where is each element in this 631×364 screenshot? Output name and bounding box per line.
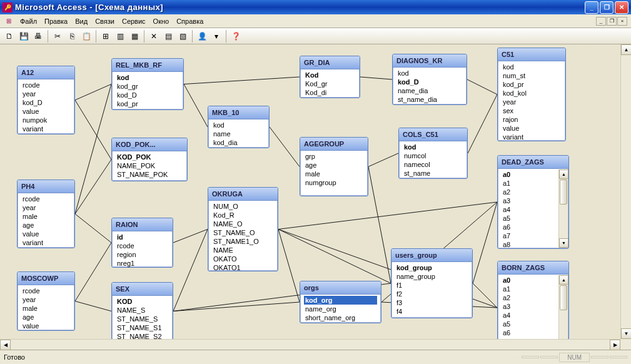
scroll-up-icon[interactable]: ▲ [621, 44, 631, 55]
scroll-up-icon[interactable]: ▲ [559, 275, 568, 285]
print-button[interactable]: 🖶 [31, 29, 45, 43]
field-item[interactable]: kod [116, 73, 179, 82]
field-list-scrollbar[interactable]: ▲▼ [558, 169, 568, 248]
table-header[interactable]: DEAD_ZAGS [498, 156, 568, 169]
field-item[interactable]: f3 [395, 298, 468, 307]
table-REL_MKB_RF[interactable]: REL_MKB_RFkodkod_grkod_Dkod_pr [111, 58, 184, 110]
table-DIAGNOS_KR[interactable]: DIAGNOS_KRkodkod_Dname_diast_name_dia [392, 54, 467, 105]
scroll-right-icon[interactable]: ▶ [610, 340, 620, 350]
field-item[interactable]: a1 [502, 179, 557, 188]
field-item[interactable]: ST_NAME_S1 [116, 323, 169, 332]
table-header[interactable]: MOSCOWP [18, 272, 74, 285]
field-item[interactable]: a7 [502, 231, 557, 240]
table-A12[interactable]: A12rcodeyearkod_Dvaluenumpokvariant [17, 66, 75, 134]
table-header[interactable]: SEX [112, 283, 173, 296]
field-item[interactable]: a3 [502, 302, 557, 311]
layout1-button[interactable]: ▤ [161, 29, 175, 43]
cut-button[interactable]: ✂ [51, 29, 64, 43]
field-item[interactable]: kod_D [396, 78, 463, 86]
menu-вид[interactable]: Вид [71, 16, 91, 26]
field-item[interactable]: age [21, 313, 71, 321]
field-item[interactable]: value [21, 107, 71, 116]
field-item[interactable]: year [502, 98, 562, 106]
field-item[interactable]: kod_gr [116, 82, 179, 91]
field-item[interactable]: male [304, 169, 364, 178]
table-BORN_ZAGS[interactable]: BORN_ZAGSa0a1a2a3a4a5a6a7a8▲▼ [497, 261, 569, 339]
field-item[interactable]: year [21, 89, 71, 98]
field-item[interactable]: a0 [502, 276, 557, 285]
table-header[interactable]: MKB_10 [208, 106, 269, 119]
field-item[interactable]: name_org [304, 305, 377, 313]
menu-сервис[interactable]: Сервис [118, 16, 149, 26]
help-button[interactable]: ❓ [229, 29, 243, 43]
close-button[interactable]: ✕ [615, 1, 628, 14]
mdi-restore-button[interactable]: ❐ [607, 17, 617, 26]
table-header[interactable]: C51 [498, 48, 565, 61]
help-office-button[interactable]: 👤 [195, 29, 209, 43]
field-item[interactable]: a5 [502, 320, 557, 328]
field-item[interactable]: Kod_di [304, 88, 356, 97]
field-item[interactable]: numpok [21, 116, 71, 124]
field-item[interactable]: f5 [395, 316, 468, 318]
table-header[interactable]: OKRUGA [208, 188, 278, 201]
table-orgs[interactable]: orgskod_orgname_orgshort_name_org [300, 281, 381, 323]
scroll-down-icon[interactable]: ▼ [621, 328, 631, 339]
table-header[interactable]: PH4 [18, 180, 74, 193]
field-item[interactable]: kod_D [21, 98, 71, 107]
table-header[interactable]: AGEGROUP [300, 138, 368, 151]
table-SEX[interactable]: SEXKODNAME_SST_NAME_SST_NAME_S1ST_NAME_S… [111, 282, 173, 339]
field-item[interactable]: f4 [395, 307, 468, 316]
field-item[interactable]: st_name_dia [396, 95, 463, 104]
delete-button[interactable]: ✕ [147, 29, 161, 43]
field-item[interactable]: f1 [395, 281, 468, 290]
field-item[interactable]: variant [21, 238, 71, 247]
field-item[interactable]: grp [304, 152, 364, 161]
field-item[interactable]: kod_pr [502, 80, 562, 89]
field-item[interactable]: kod_org [304, 296, 377, 305]
field-item[interactable]: id [116, 233, 169, 241]
menu-связи[interactable]: Связи [91, 16, 118, 26]
table-header[interactable]: users_group [391, 249, 472, 262]
table-header[interactable]: RAION [112, 218, 173, 231]
field-item[interactable]: Kod [304, 71, 356, 79]
field-item[interactable]: rcode [21, 81, 71, 89]
menu-правка[interactable]: Правка [41, 16, 71, 26]
scroll-left-icon[interactable]: ◀ [0, 340, 11, 350]
field-item[interactable]: rcode [21, 195, 71, 203]
field-item[interactable]: value [21, 321, 71, 330]
table-MOSCOWP[interactable]: MOSCOWPrcodeyearmaleagevalue [17, 271, 75, 331]
field-item[interactable]: rcode [21, 286, 71, 295]
scroll-down-icon[interactable]: ▼ [559, 238, 568, 248]
layout2-button[interactable]: ▧ [176, 29, 189, 43]
field-item[interactable]: OKATO [212, 255, 274, 263]
table-header[interactable]: A12 [18, 66, 74, 79]
table-header[interactable]: KOD_POK... [112, 138, 187, 151]
vertical-scrollbar[interactable]: ▲ ▼ [620, 44, 631, 339]
table-C51[interactable]: C51kodnum_stkod_prkod_kolyearsexrajonval… [497, 48, 566, 141]
document-new-button[interactable]: 🗋 [3, 29, 16, 43]
field-item[interactable]: age [21, 221, 71, 230]
field-item[interactable]: a3 [502, 196, 557, 205]
field-item[interactable]: Kod_R [212, 211, 274, 220]
field-item[interactable]: ST_NAME_S2 [116, 332, 169, 339]
field-item[interactable]: region [116, 250, 169, 259]
table-users_group[interactable]: users_groupkod_groupname_groupf1f2f3f4f5 [391, 248, 473, 318]
field-item[interactable]: age [304, 161, 364, 169]
field-item[interactable]: a5 [502, 214, 557, 223]
field-item[interactable]: rajon [502, 115, 562, 124]
field-item[interactable]: numgroup [304, 178, 364, 187]
scroll-up-icon[interactable]: ▲ [559, 169, 568, 179]
field-item[interactable]: a0 [502, 170, 557, 179]
field-item[interactable]: ST_NAME_POK [116, 170, 183, 179]
field-item[interactable]: KOD [116, 297, 169, 306]
field-item[interactable]: NAME_POK [116, 161, 183, 170]
field-item[interactable]: kod [396, 69, 463, 78]
field-item[interactable]: variant [502, 133, 562, 141]
field-item[interactable]: kod_pr [116, 99, 179, 108]
field-item[interactable]: male [21, 212, 71, 221]
field-item[interactable]: kod_dia [212, 138, 265, 147]
table-header[interactable]: DIAGNOS_KR [393, 54, 467, 68]
field-item[interactable]: ST_NAME_O [212, 228, 274, 237]
table-header[interactable]: orgs [300, 281, 381, 295]
field-item[interactable]: variant [21, 124, 71, 133]
